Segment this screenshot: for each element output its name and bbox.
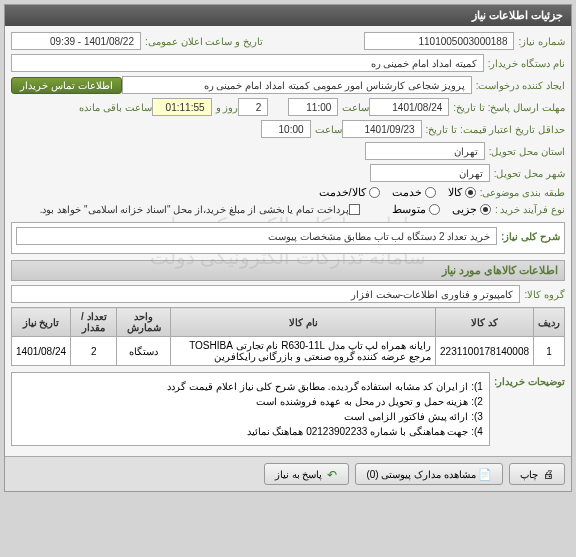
attachments-button[interactable]: مشاهده مدارک پیوستی (0) (355, 463, 503, 485)
time-label-2: ساعت (315, 124, 342, 135)
desc-value: خرید تعداد 2 دستگاه لب تاب مطابق مشخصات … (16, 227, 497, 245)
note-line: 3): ارائه پیش فاکتور الزامی است (18, 409, 483, 424)
col-row: ردیف (534, 308, 565, 337)
table-row[interactable]: 1 2231100178140008 رایانه همراه لپ تاپ م… (12, 337, 565, 366)
category-label: طبقه بندی موضوعی: (480, 187, 565, 198)
deadline-time: 11:00 (288, 98, 338, 116)
col-code: کد کالا (436, 308, 534, 337)
note-line: 2): هزینه حمل و تحویل در محل به عهده فرو… (18, 394, 483, 409)
group-value: کامپیوتر و فناوری اطلاعات-سخت افزار (11, 285, 520, 303)
radio-goods[interactable]: کالا (448, 186, 476, 199)
radio-dot-icon (429, 204, 440, 215)
validity-time: 10:00 (261, 120, 311, 138)
radio-low[interactable]: جزیی (452, 203, 491, 216)
print-button[interactable]: چاپ (509, 463, 565, 485)
treasury-checkbox[interactable] (349, 204, 360, 215)
print-icon (542, 468, 554, 480)
announce-label: تاریخ و ساعت اعلان عمومی: (145, 36, 263, 47)
col-unit: واحد شمارش (117, 308, 171, 337)
group-label: گروه کالا: (524, 289, 565, 300)
contact-info-button[interactable]: اطلاعات تماس خریدار (11, 77, 122, 94)
buyer-notes-box: 1): از ایران کد مشابه استفاده گردیده. مط… (11, 372, 490, 446)
note-line: 1): از ایران کد مشابه استفاده گردیده. مط… (18, 379, 483, 394)
items-table: ردیف کد کالا نام کالا واحد شمارش تعداد /… (11, 307, 565, 366)
radio-service[interactable]: خدمت (392, 186, 436, 199)
buyer-label: نام دستگاه خریدار: (488, 58, 565, 69)
province-label: استان محل تحویل: (489, 146, 565, 157)
creator-label: ایجاد کننده درخواست: (476, 80, 565, 91)
remaining-time: 01:11:55 (152, 98, 212, 116)
document-icon (480, 468, 492, 480)
reply-icon (326, 468, 338, 480)
description-panel: شرح کلی نیاز: خرید تعداد 2 دستگاه لب تاب… (11, 222, 565, 254)
goods-header: اطلاعات کالاهای مورد نیاز (11, 260, 565, 281)
city-value: تهران (370, 164, 490, 182)
reply-button[interactable]: پاسخ به نیاز (264, 463, 350, 485)
process-label: نوع فرآیند خرید : (495, 204, 565, 215)
radio-dot-icon (425, 187, 436, 198)
desc-label: شرح کلی نیاز: (501, 231, 560, 242)
remain-label: ساعت باقی مانده (79, 102, 152, 113)
announce-value: 1401/08/22 - 09:39 (11, 32, 141, 50)
panel-body: سامانه تدارکات الکترونیکی دولت سامانه تد… (5, 26, 571, 456)
province-value: تهران (365, 142, 485, 160)
validity-label: حداقل تاریخ اعتبار قیمت: تا تاریخ: (426, 124, 565, 135)
radio-dot-icon (465, 187, 476, 198)
bottom-bar: چاپ مشاهده مدارک پیوستی (0) پاسخ به نیاز (5, 456, 571, 491)
days-left: 2 (238, 98, 268, 116)
buyer-notes-label: توضیحات خریدار: (494, 372, 565, 387)
main-panel: جزئیات اطلاعات نیاز سامانه تدارکات الکتر… (4, 4, 572, 492)
creator-value: پرویز شجاعی کارشناس امور عمومی کمیته امد… (122, 76, 472, 94)
need-no-value: 1101005003000188 (364, 32, 514, 50)
col-date: تاریخ نیاز (12, 308, 71, 337)
day-word: روز و (216, 102, 239, 113)
deadline-date: 1401/08/24 (369, 98, 449, 116)
deadline-label: مهلت ارسال پاسخ: تا تاریخ: (453, 102, 565, 113)
validity-date: 1401/09/23 (342, 120, 422, 138)
panel-title: جزئیات اطلاعات نیاز (5, 5, 571, 26)
col-qty: تعداد / مقدار (71, 308, 117, 337)
time-label-1: ساعت (342, 102, 369, 113)
col-name: نام کالا (171, 308, 436, 337)
radio-dot-icon (480, 204, 491, 215)
treasury-note: پرداخت تمام یا بخشی از مبلغ خرید،از محل … (40, 204, 349, 215)
city-label: شهر محل تحویل: (494, 168, 565, 179)
radio-both[interactable]: کالا/خدمت (319, 186, 380, 199)
radio-mid[interactable]: متوسط (392, 203, 440, 216)
note-line: 4): جهت هماهنگی با شماره 02123902233 هما… (18, 424, 483, 439)
buyer-value: کمیته امداد امام خمینی ره (11, 54, 484, 72)
radio-dot-icon (369, 187, 380, 198)
need-no-label: شماره نیاز: (518, 36, 565, 47)
